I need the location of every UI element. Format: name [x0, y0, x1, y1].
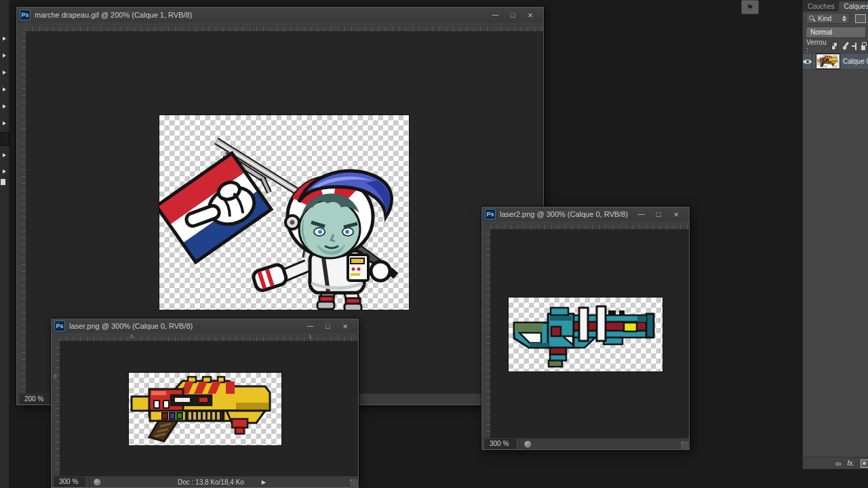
ruler-label: 0: [130, 333, 133, 340]
status-bar: 300 %: [482, 438, 689, 449]
doc-size-info: Doc : 13,8 Ko/18,4 Ko: [178, 479, 244, 486]
window-main-titlebar[interactable]: Ps marche drapeau.gif @ 200% (Calque 1, …: [17, 7, 543, 23]
separator: [89, 476, 90, 487]
window-main-title: marche drapeau.gif @ 200% (Calque 1, RVB…: [35, 11, 192, 19]
window-laser2-titlebar[interactable]: Ps laser2.png @ 300% (Calque 0, RVB/8) —…: [482, 207, 689, 222]
layer-thumbnail[interactable]: [816, 54, 840, 68]
window-controls: — □ ×: [301, 321, 354, 331]
laser-gun-image[interactable]: [128, 372, 282, 446]
vertical-ruler[interactable]: [17, 31, 26, 394]
tool-flyout-arrow-icon: [3, 121, 6, 125]
minimize-button[interactable]: —: [486, 9, 504, 20]
tool-flyout-arrow-icon: [3, 70, 6, 75]
laser2-gun-image[interactable]: [508, 297, 663, 372]
tool-flyout-arrow-icon: [3, 104, 6, 108]
tool-flyout-arrow-icon: [3, 169, 6, 174]
minimize-button[interactable]: —: [301, 321, 319, 331]
ruler-label: 1: [309, 333, 311, 340]
panel-footer: ∞ fx.: [803, 457, 868, 469]
lock-label: Verrou :: [806, 39, 826, 54]
separator: [519, 439, 520, 449]
close-button[interactable]: ×: [667, 209, 685, 220]
visibility-eye-icon[interactable]: [803, 57, 812, 66]
resize-grip[interactable]: [681, 441, 688, 449]
maximize-button[interactable]: □: [319, 321, 336, 331]
status-info-icon[interactable]: [93, 478, 102, 487]
expand-arrow-icon[interactable]: ▶: [262, 479, 266, 485]
horizontal-ruler[interactable]: [26, 22, 543, 32]
filter-kind-dropdown[interactable]: Kind: [806, 13, 850, 24]
layer-style-fx-icon[interactable]: fx.: [847, 460, 854, 467]
zoom-level-field[interactable]: 200 %: [20, 394, 51, 404]
selected-tool-highlight[interactable]: [1, 132, 9, 146]
maximize-button[interactable]: □: [504, 9, 521, 20]
minimize-button[interactable]: —: [632, 209, 650, 220]
lock-transparency-icon[interactable]: [831, 42, 837, 50]
astronaut-flag-image[interactable]: [159, 115, 410, 310]
filter-pixel-layers-icon[interactable]: [855, 14, 866, 23]
photoshop-icon[interactable]: Ps: [20, 9, 31, 20]
tool-flyout-arrow-icon: [3, 54, 6, 58]
lock-row: Verrou :: [803, 39, 868, 53]
filter-kind-label: Kind: [818, 15, 831, 22]
window-laser2: Ps laser2.png @ 300% (Calque 0, RVB/8) —…: [481, 207, 690, 450]
flag-icon[interactable]: ⚑: [741, 0, 759, 14]
window-laser2-title: laser2.png @ 300% (Calque 0, RVB/8): [500, 210, 628, 218]
window-laser: Ps laser.png @ 300% (Calque 0, RVB/8) — …: [51, 319, 359, 488]
window-controls: — □ ×: [632, 209, 685, 220]
link-layers-icon[interactable]: ∞: [835, 460, 842, 468]
tools-sliver[interactable]: [0, 0, 9, 488]
window-controls: — □ ×: [486, 9, 539, 20]
window-laser-title: laser.png @ 300% (Calque 0, RVB/8): [69, 322, 193, 330]
panel-tabs: Couches Calques: [803, 0, 868, 12]
blend-row: Normal: [803, 25, 868, 39]
zoom-level-field[interactable]: 300 %: [54, 477, 85, 487]
filter-row: Kind: [803, 12, 868, 25]
layers-panel: Couches Calques Kind Normal Verrou : Cal…: [802, 0, 868, 469]
ruler-label: 0: [54, 373, 56, 380]
tool-flyout-arrow-icon: [3, 37, 6, 41]
window-laser-titlebar[interactable]: Ps laser.png @ 300% (Calque 0, RVB/8) — …: [52, 319, 358, 333]
status-bar: 300 % Doc : 13,8 Ko/18,4 Ko ▶: [52, 476, 358, 487]
layer-mask-icon[interactable]: [861, 460, 868, 468]
photoshop-icon[interactable]: Ps: [485, 209, 496, 220]
photoshop-icon[interactable]: Ps: [54, 321, 65, 331]
layer-name[interactable]: Calque 0: [843, 58, 868, 65]
tab-calques[interactable]: Calques: [839, 1, 868, 12]
lock-position-move-icon[interactable]: [852, 43, 856, 50]
search-icon: [809, 16, 815, 22]
visibility-cell[interactable]: [803, 54, 812, 69]
resize-grip[interactable]: [350, 479, 357, 487]
ruler-corner: [17, 22, 26, 32]
zoom-level-field[interactable]: 300 %: [485, 439, 516, 449]
tool-flyout-arrow-icon: [3, 87, 6, 92]
color-swatch[interactable]: [1, 179, 5, 185]
close-button[interactable]: ×: [521, 9, 539, 20]
status-info-icon[interactable]: [524, 440, 532, 449]
tool-flyout-arrow-icon: [3, 153, 6, 157]
lock-pixels-brush-icon[interactable]: [842, 42, 847, 50]
updown-arrows-icon: [842, 16, 846, 22]
maximize-button[interactable]: □: [650, 209, 667, 220]
close-button[interactable]: ×: [336, 321, 354, 331]
blend-mode-dropdown[interactable]: Normal: [806, 26, 866, 38]
layer-row[interactable]: Calque 0: [803, 53, 868, 70]
lock-all-icon[interactable]: [861, 45, 865, 50]
tab-couches[interactable]: Couches: [803, 1, 839, 12]
